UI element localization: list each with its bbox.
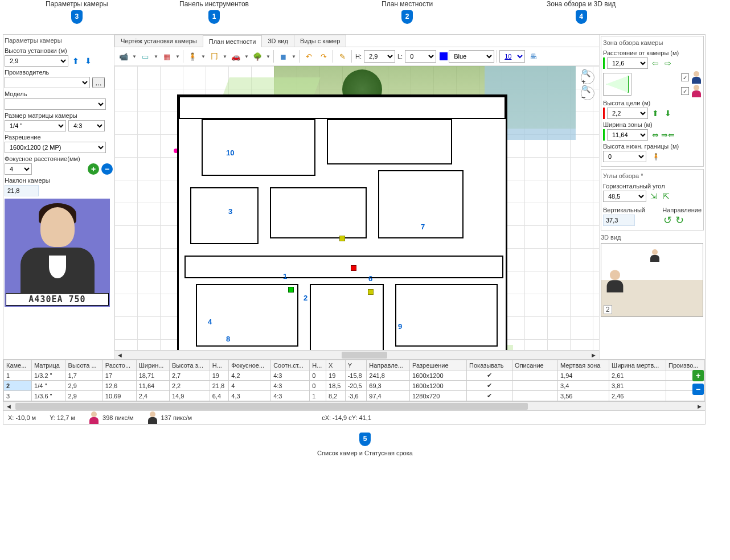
camera-tool-dropdown[interactable]: ▼ <box>132 54 137 59</box>
distance-left-button[interactable]: ⇦ <box>650 57 661 69</box>
width-in-button[interactable]: ⇒⇐ <box>663 129 673 141</box>
height-select[interactable]: 2,9 <box>5 55 68 67</box>
focal-minus-button[interactable]: − <box>101 163 113 175</box>
annotation-3-badge: 3 <box>71 10 83 24</box>
canvas-h-scrollbar[interactable]: ◄ ► <box>114 350 599 359</box>
width-select[interactable]: 11,64 <box>607 129 648 141</box>
person-tool-icon[interactable]: 🧍 <box>186 50 199 63</box>
tab-3dview[interactable]: 3D вид <box>261 35 294 47</box>
annotation-2-label: План местности <box>382 0 433 8</box>
resolution-select[interactable]: 1600x1200 (2 MP) <box>5 142 106 153</box>
focal-plus-button[interactable]: + <box>88 163 99 175</box>
width-out-button[interactable]: ⇔ <box>650 129 661 141</box>
height-up-button[interactable]: ⬆ <box>71 55 81 67</box>
rotate-ccw-button[interactable]: ↺ <box>662 215 672 226</box>
bench-tool-icon[interactable]: ⼌ <box>207 50 221 63</box>
camera-preview: А430ЕА 750 <box>5 199 110 307</box>
angles-title: Углы обзора ° <box>603 171 702 180</box>
height-down-button[interactable]: ⬇ <box>83 55 93 67</box>
annotation-4-badge: 4 <box>576 10 587 24</box>
table-header-row[interactable]: Каме...МатрицаВысота ...Рассто... Ширин.… <box>4 360 705 370</box>
view3d-badge: 2 <box>604 305 612 314</box>
table-h-scrollbar[interactable]: ◄ ► <box>3 401 705 410</box>
camera-tool-icon[interactable]: 📹 <box>117 50 130 63</box>
zoom-in-button[interactable]: 🔍+ <box>581 71 594 84</box>
toolbar-h-select[interactable]: 2,9 <box>364 50 395 63</box>
person-male-icon <box>691 71 702 84</box>
table-row[interactable]: 31/3.6 "2,910,692,414,96,44,34:318,2-3,6… <box>4 391 705 401</box>
floorplan-canvas[interactable]: 10 3 7 1 6 2 4 8 9 5 🔍+ 🔍− <box>114 66 599 350</box>
status-x: X: -10,0 м <box>8 414 36 421</box>
box-tool-icon[interactable]: ◼ <box>276 50 290 63</box>
horiz-expand-button[interactable]: ⇲ <box>649 191 659 202</box>
wall-tool-icon[interactable]: ▦ <box>160 50 174 63</box>
manufacturer-browse-button[interactable]: ... <box>92 77 105 88</box>
left-panel: Параметры камеры Высота установки (м) 2,… <box>3 35 114 359</box>
target-h-select[interactable]: 2,2 <box>607 108 648 119</box>
tilt-value <box>5 185 39 196</box>
annotation-1-label: Панель инструментов <box>179 0 249 8</box>
sensor-select[interactable]: 1/4 " <box>5 120 66 131</box>
target-up-button[interactable]: ⬆ <box>650 108 661 119</box>
toolbar-l-select[interactable]: 0 <box>405 50 436 63</box>
redo-icon[interactable]: ↷ <box>317 50 330 63</box>
annotation-1-badge: 1 <box>208 10 220 24</box>
undo-icon[interactable]: ↶ <box>302 50 315 63</box>
target-h-label: Высота цели (м) <box>603 100 702 106</box>
annotation-4-label: Зона обзора и 3D вид <box>547 0 616 8</box>
view3d-person-icon <box>606 270 624 293</box>
table-row[interactable]: 11/3.2 "1,71718,712,7194,24:3019-15,8241… <box>4 370 705 381</box>
toolbar-l-label: L: <box>396 53 404 60</box>
table-remove-button[interactable]: − <box>692 384 704 395</box>
brush-tool-icon[interactable]: ✎ <box>335 50 349 63</box>
color-swatch <box>440 52 448 60</box>
toolbar-num-select[interactable]: 10 <box>499 50 525 63</box>
right-panel: Зона обзора камеры Расстояние от камеры … <box>599 35 705 359</box>
focal-label: Фокусное расстояние(мм) <box>5 155 113 162</box>
rotate-cw-button[interactable]: ↻ <box>674 215 684 226</box>
resolution-label: Разрешение <box>5 134 113 141</box>
person-female-icon <box>691 85 702 97</box>
tab-drawing[interactable]: Чертёж установки камеры <box>114 35 203 47</box>
table-add-button[interactable]: + <box>692 370 704 381</box>
tree-tool-icon[interactable]: 🌳 <box>251 50 264 63</box>
status-pix2: 137 пикс/м <box>147 411 192 424</box>
table-row[interactable]: 21/4 "2,912,611,642,221,844:3018,5-20,56… <box>4 381 705 391</box>
status-person2-icon <box>147 411 158 424</box>
annotation-2-badge: 2 <box>401 10 413 24</box>
person-target-icon: 🧍 <box>652 153 660 160</box>
model-label: Модель <box>5 90 113 97</box>
focal-select[interactable]: 4 <box>5 163 32 175</box>
distance-label: Расстояние от камеры (м) <box>603 50 702 56</box>
distance-select[interactable]: 12,6 <box>607 57 648 69</box>
vert-label: Вертикальный <box>603 207 660 213</box>
manufacturer-select[interactable] <box>5 77 90 88</box>
rect-tool-icon[interactable]: ▭ <box>138 50 152 63</box>
target-down-button[interactable]: ⬇ <box>663 108 673 119</box>
view3d-person2-icon <box>650 249 660 262</box>
annotation-5-label: Список камер и Статусная срока <box>0 450 730 456</box>
person1-checkbox[interactable]: ✓ <box>681 73 689 81</box>
tab-siteplan[interactable]: План местности <box>203 35 263 47</box>
lower-h-select[interactable]: 0 <box>603 151 646 162</box>
car-tool-icon[interactable]: 🚗 <box>229 50 243 63</box>
person2-checkbox[interactable]: ✓ <box>681 87 689 95</box>
zone-title: Зона обзора камеры <box>603 38 702 47</box>
view3d-preview[interactable]: 2 <box>601 243 703 317</box>
model-select[interactable] <box>5 98 106 110</box>
width-label: Ширина зоны (м) <box>603 121 702 128</box>
zoom-out-button[interactable]: 🔍− <box>581 87 594 100</box>
horiz-shrink-button[interactable]: ⇱ <box>661 191 671 202</box>
manufacturer-label: Производитель <box>5 69 113 76</box>
print-tool-icon[interactable]: 🖶 <box>526 50 540 63</box>
distance-right-button[interactable]: ⇨ <box>663 57 673 69</box>
aspect-select[interactable]: 4:3 <box>68 120 105 131</box>
toolbar-color-select[interactable]: Blue <box>449 50 494 63</box>
tab-cameraviews[interactable]: Виды с камер <box>294 35 346 47</box>
view-tabs: Чертёж установки камеры План местности 3… <box>114 35 599 47</box>
status-pix1: 398 пикс/м <box>89 411 134 424</box>
status-person1-icon <box>89 411 99 424</box>
horiz-select[interactable]: 48,5 <box>603 191 646 202</box>
statusbar: X: -10,0 м Y: 12,7 м 398 пикс/м 137 пикс… <box>3 410 705 424</box>
height-label: Высота установки (м) <box>5 47 113 54</box>
